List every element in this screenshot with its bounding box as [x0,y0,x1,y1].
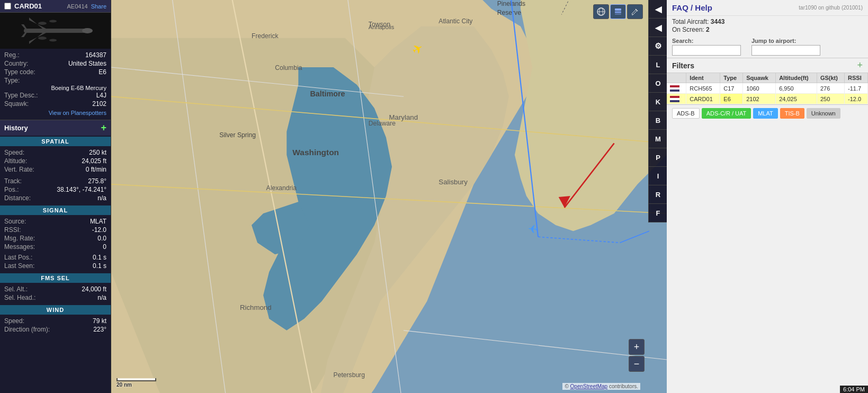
map-button-B[interactable]: B [649,111,667,130]
planespotters-link[interactable]: View on Planespotters [49,110,106,116]
source-tisb-button[interactable]: TIS-B [780,108,804,119]
svg-text:Columbia: Columbia [275,64,302,72]
scale-label: 20 nm [117,382,156,388]
globe-icon [597,7,605,16]
spatial-info: Speed: 250 kt Altitude: 24,025 ft Vert. … [0,146,111,204]
type-name: Boeing E-6B Mercury [4,85,106,91]
cell-altitude: 24,025 [776,94,817,104]
aircraft-info: Reg.: 164387 Country: United States Type… [0,49,111,120]
svg-text:Petersburg: Petersburg [334,371,365,379]
pos-value: 38.143°, -74.241° [57,186,106,193]
map-scroll-left-button[interactable]: ◀ [649,19,667,37]
country-label: Country: [4,60,28,67]
col-header-rssi[interactable]: RSSI [845,73,868,83]
map-globe-button[interactable] [593,4,609,19]
col-header-flag [667,73,686,83]
github-link[interactable]: tar1090 on github (201001) [799,5,863,11]
map-layer-button[interactable] [610,4,626,19]
layer-icon [614,7,622,16]
col-header-squawk[interactable]: Squawk [743,73,776,83]
col-header-gs[interactable]: GS(kt) [817,73,844,83]
track-label: Track: [4,177,22,185]
svg-rect-55 [615,8,621,11]
search-area: Search: Jump to airport: [667,35,868,58]
time-display: 6:04 PM [840,386,868,393]
openstreetmap-link[interactable]: OpenStreetMap [570,383,608,389]
speed-label: Speed: [4,149,24,156]
total-aircraft-label: Total Aircraft: [672,18,709,25]
plane-image-svg [13,15,98,47]
svg-point-1 [82,28,93,33]
zoom-in-button[interactable]: + [629,339,645,355]
map-pencil-button[interactable] [627,4,643,19]
map-button-P[interactable]: P [649,148,667,167]
svg-rect-56 [615,11,621,13]
map-button-O[interactable]: O [649,74,667,93]
msg-rate-value: 0.0 [97,235,106,242]
history-add-button[interactable]: + [101,122,106,133]
messages-label: Messages: [4,243,35,251]
share-link[interactable]: Share [91,3,106,10]
cell-gs: 276 [817,83,844,94]
squawk-label: Squawk: [4,100,29,108]
map-button-M[interactable]: M [649,130,667,148]
us-flag [670,96,679,102]
svg-text:Silver Spring: Silver Spring [219,131,256,139]
on-screen-value: 2 [706,26,710,33]
col-header-type[interactable]: Type [720,73,743,83]
search-label: Search: [672,38,741,44]
svg-text:✈: ✈ [527,222,538,236]
map-button-I[interactable]: I [649,167,667,185]
country-value: United States [68,60,106,67]
spatial-section-header: SPATIAL [0,137,111,146]
map-button-K[interactable]: K [649,93,667,111]
filters-add-button[interactable]: + [857,60,863,71]
wind-section-header: WIND [0,305,111,315]
sel-alt-value: 24,000 ft [82,285,106,293]
zoom-out-button[interactable]: − [629,356,645,372]
map-settings-button[interactable]: ⚙ [649,37,667,56]
type-desc-label: Type Desc.: [4,92,38,99]
map-container[interactable]: Hagerstown Frederick Baltimore Columbia … [111,0,667,393]
altitude-value: 24,025 ft [82,157,106,165]
aircraft-title: CARD01 [14,2,42,10]
wind-info: Speed: 79 kt Direction (from): 223° [0,315,111,336]
aircraft-image [0,13,111,49]
map-button-L[interactable]: L [649,56,667,74]
rssi-label: RSSI: [4,226,21,234]
table-row[interactable]: CARD01E6210224,025250-12.0 [667,94,868,104]
faq-link[interactable]: FAQ / Help [672,3,712,12]
aircraft-select-checkbox[interactable] [4,3,11,10]
source-mlat-button[interactable]: MLAT [753,108,778,119]
map-top-controls [593,4,643,19]
map-button-R[interactable]: R [649,185,667,204]
source-adsb-button[interactable]: ADS-B [672,108,700,119]
right-panel: FAQ / Help tar1090 on github (201001) To… [667,0,868,393]
cell-ident: CARD01 [686,94,720,104]
source-label: Source: [4,218,26,225]
map-attribution: © OpenStreetMap contributors. [562,383,640,390]
search-input[interactable] [672,45,741,56]
sel-head-label: Sel. Head.: [4,294,35,301]
squawk-value: 2102 [92,100,106,108]
type-desc-value: L4J [96,92,106,99]
source-adsc-button[interactable]: ADS-C/R / UAT [702,108,751,119]
source-value: MLAT [90,218,106,225]
sidebar: CARD01 AE0414 Share [0,0,111,393]
type-code-value: E6 [99,68,106,76]
jump-to-airport-input[interactable] [751,45,820,56]
svg-rect-57 [615,14,621,15]
track-value: 275.8° [88,177,106,185]
vert-rate-value: 0 ft/min [86,166,106,173]
col-header-altitude[interactable]: Altitude(ft) [776,73,817,83]
map-back-button[interactable]: ◀ [649,0,667,19]
cell-type: E6 [720,94,743,104]
aircraft-card01-icon[interactable]: ✈ [527,222,538,236]
svg-text:Salisbury: Salisbury [439,178,468,186]
map-button-F[interactable]: F [649,204,667,222]
table-row[interactable]: RCH565C1710606,950276-11.7 [667,83,868,94]
source-unknown-button[interactable]: Unknown [807,108,840,119]
vert-rate-label: Vert. Rate: [4,166,34,173]
pencil-icon [631,7,639,16]
col-header-ident[interactable]: Ident [686,73,720,83]
